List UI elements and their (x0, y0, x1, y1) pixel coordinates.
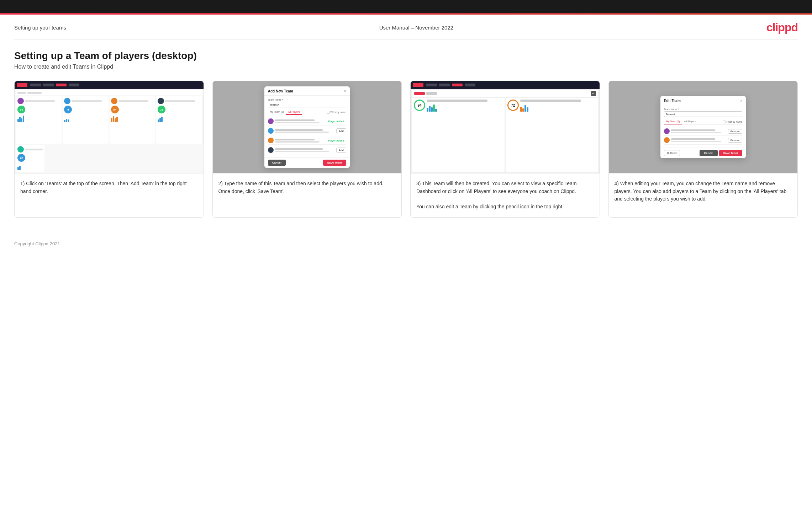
mock-score-2: 0 (64, 106, 72, 113)
team-name-input-4[interactable]: Team A (664, 111, 742, 117)
mock-nav-1 (15, 81, 204, 89)
mock-nav-links-1 (30, 84, 79, 86)
team-name-input-2[interactable]: Team A (268, 102, 346, 107)
tab-all-players-2[interactable]: All Players (286, 110, 302, 115)
step-1-text: 1) Click on 'Teams' at the top of the sc… (15, 174, 204, 217)
mock-team-cards-3: 94 (412, 98, 598, 172)
modal-close-4[interactable]: × (740, 99, 742, 103)
mock-bar (68, 119, 69, 122)
tab-my-team-2[interactable]: My Team (2) (268, 110, 286, 115)
step-4-screenshot: Edit Team × Team Name * Team A My Team (… (609, 81, 798, 174)
mock-team-player-1: 94 (412, 98, 505, 172)
mock-bar (116, 117, 118, 122)
modal-title-4: Edit Team (664, 99, 681, 103)
mock-tc-bars-2 (520, 103, 596, 112)
cancel-button-4[interactable]: Cancel (700, 150, 717, 156)
mock-nav-players (43, 84, 54, 86)
player-row-1: Player Added (268, 117, 346, 126)
cancel-button-2[interactable]: Cancel (268, 160, 286, 166)
step-4-description: 4) When editing your Team, you can chang… (615, 181, 787, 202)
mock-bar (21, 118, 22, 122)
player-club-2 (275, 132, 329, 133)
remove-player-btn-2[interactable]: Remove (728, 138, 742, 143)
player-info-1 (275, 119, 325, 123)
mock-players-grid-1: 84 (16, 96, 202, 144)
mock-bars-1 (17, 115, 60, 122)
mock-bars-2 (64, 115, 107, 122)
player-avatar-2 (268, 128, 274, 134)
step-2-card: Add New Team × Team Name * Team A My Tea… (212, 81, 402, 218)
player-name-4 (275, 148, 323, 150)
remove-player-btn-1[interactable]: Remove (728, 129, 742, 134)
mock-avatar-5 (17, 146, 24, 153)
save-team-button-4[interactable]: Save Team (719, 150, 742, 156)
mock-bar (161, 117, 163, 122)
mock-player-card-5: 72 (16, 145, 44, 172)
edit-info-2 (671, 138, 727, 142)
mock-logo-1 (17, 83, 27, 87)
add-team-modal: Add New Team × Team Name * Team A My Tea… (264, 86, 350, 168)
player-row-4: Add (268, 146, 346, 154)
modal-tabs-2: My Team (2) All Players Filter by name (268, 110, 346, 115)
mock-nav-settings (69, 84, 79, 86)
modal-overlay-4: Edit Team × Team Name * Team A My Team (… (609, 81, 798, 173)
filter-checkbox-4[interactable] (723, 121, 726, 123)
modal-header-2: Add New Team × (264, 86, 350, 96)
mock-pencil-icon[interactable]: ✏ (591, 91, 596, 96)
mock-team-header-bar-3: ✏ (412, 90, 598, 97)
mock-big-score-2: 72 (507, 100, 519, 111)
save-team-button-2[interactable]: Save Team (323, 160, 346, 166)
mock-score-3: 94 (111, 106, 119, 113)
field-label-2: Team Name * (268, 98, 346, 101)
page-title: Setting up a Team of players (desktop) (14, 50, 798, 62)
mock-bars-3 (111, 115, 154, 122)
mock-tc-bar (433, 105, 435, 112)
header: Setting up your teams User Manual – Nove… (0, 15, 812, 39)
modal-close-2[interactable]: × (344, 89, 346, 93)
mock-tc-name-2 (520, 100, 581, 102)
tab-all-players-4[interactable]: All Players (682, 119, 698, 124)
mock-tc-bar (522, 108, 524, 112)
mock-filter-bar-1 (16, 90, 202, 95)
player-row-2: Add (268, 127, 346, 135)
mock-score-5: 72 (17, 154, 25, 162)
add-player-btn-2[interactable]: Add (336, 128, 346, 133)
step-3-description-2: You can also edit a Team by clicking the… (416, 204, 564, 209)
main-content: Setting up a Team of players (desktop) H… (0, 39, 812, 235)
player-info-2 (275, 129, 335, 133)
mock-score-4: 78 (158, 106, 165, 113)
mock-avatar-4 (158, 98, 164, 104)
step-3-screenshot: ✏ 94 (411, 81, 600, 174)
mock-score-1: 84 (17, 106, 25, 113)
player-added-1: Player Added (326, 119, 346, 124)
step-3-description: 3) This Team will then be created. You c… (416, 181, 577, 194)
mock-avatar-3 (111, 98, 117, 104)
filter-checkbox-2[interactable] (327, 111, 329, 114)
delete-team-button[interactable]: 🗑 Delete (664, 150, 680, 156)
mock-team-tab (414, 92, 425, 95)
player-row-3: Player Added (268, 137, 346, 145)
add-player-btn-4[interactable]: Add (336, 148, 346, 153)
mock-team-card-right-2 (520, 100, 596, 112)
step-2-description: 2) Type the name of this Team and then s… (218, 181, 384, 194)
modal-title-2: Add New Team (268, 89, 293, 93)
mock-bars-5 (17, 163, 43, 170)
mock-name-2 (72, 100, 101, 102)
mock-filter-dot-1 (17, 92, 26, 94)
mock-player-card-1: 84 (16, 96, 62, 144)
mock-tc-bar (527, 107, 528, 112)
mock-logo-3 (413, 83, 423, 87)
tab-my-team-4[interactable]: My Team (2) (664, 119, 682, 124)
mock-bar (66, 119, 67, 122)
mock-nav-link-b (439, 84, 450, 86)
trash-icon: 🗑 (666, 151, 669, 155)
mock-filter-dot-2 (27, 92, 42, 94)
modal-header-4: Edit Team × (660, 96, 746, 105)
step-2-text: 2) Type the name of this Team and then s… (213, 174, 402, 217)
mock-player-card-4: 78 (156, 96, 202, 144)
player-name-2 (275, 129, 323, 131)
mock-player-card-3: 94 (110, 96, 155, 144)
step-3-text: 3) This Team will then be created. You c… (411, 174, 600, 217)
step-2-screenshot: Add New Team × Team Name * Team A My Tea… (213, 81, 402, 174)
header-section: Setting up your teams (14, 25, 66, 31)
